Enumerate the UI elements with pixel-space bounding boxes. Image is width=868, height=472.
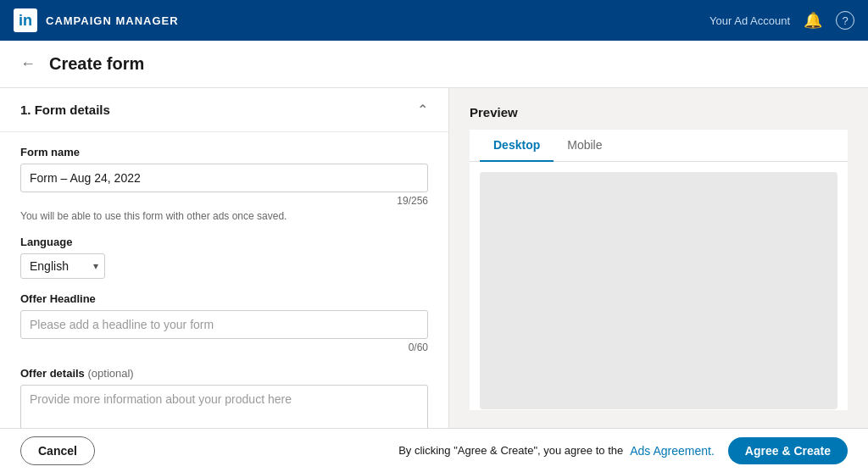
language-select[interactable]: English French German Spanish (20, 253, 105, 279)
language-group: Language English French German Spanish ▾ (20, 236, 428, 279)
logo-letter: in (19, 13, 32, 28)
right-panel: Preview Desktop Mobile (449, 88, 868, 428)
main-layout: 1. Form details ⌃ Form name 19/256 You w… (0, 88, 868, 428)
form-body: Form name 19/256 You will be able to use… (0, 132, 448, 428)
form-name-label: Form name (20, 146, 428, 158)
offer-details-label: Offer details (optional) (20, 367, 428, 380)
language-select-wrap: English French German Spanish ▾ (20, 253, 105, 279)
form-name-input[interactable] (20, 164, 428, 192)
ads-agreement-link[interactable]: Ads Agreement. (630, 444, 715, 458)
language-label: Language (20, 236, 428, 248)
footer-right: By clicking "Agree & Create", you agree … (398, 437, 848, 464)
tab-desktop[interactable]: Desktop (480, 130, 554, 162)
top-nav: in CAMPAIGN MANAGER Your Ad Account 🔔 ? (0, 0, 868, 41)
left-panel: 1. Form details ⌃ Form name 19/256 You w… (0, 88, 449, 428)
footer-agree-text: By clicking "Agree & Create", you agree … (398, 444, 623, 457)
agree-create-button[interactable]: Agree & Create (728, 437, 848, 464)
form-name-char-count: 19/256 (20, 195, 428, 207)
section-header[interactable]: 1. Form details ⌃ (0, 88, 448, 132)
bell-icon[interactable]: 🔔 (804, 11, 822, 30)
nav-title: CAMPAIGN MANAGER (46, 14, 179, 27)
nav-left: in CAMPAIGN MANAGER (14, 8, 179, 32)
offer-headline-group: Offer Headline 0/60 (20, 292, 428, 353)
cancel-button[interactable]: Cancel (20, 436, 95, 465)
help-icon[interactable]: ? (836, 11, 854, 30)
form-name-helper: You will be able to use this form with o… (20, 210, 428, 222)
offer-headline-label: Offer Headline (20, 292, 428, 305)
account-label: Your Ad Account (709, 14, 790, 27)
sub-header: ← Create form (0, 41, 868, 88)
linkedin-logo: in (14, 8, 37, 32)
offer-details-input[interactable] (20, 385, 428, 428)
chevron-up-icon: ⌃ (417, 102, 428, 118)
footer: Cancel By clicking "Agree & Create", you… (0, 428, 868, 472)
preview-container: Desktop Mobile (470, 130, 848, 410)
section-title: 1. Form details (20, 103, 110, 117)
preview-area (480, 172, 837, 409)
back-button[interactable]: ← (20, 55, 36, 73)
offer-details-group: Offer details (optional) 0/160 (20, 367, 428, 428)
preview-title: Preview (470, 105, 848, 119)
optional-label: (optional) (87, 367, 133, 380)
offer-headline-char-count: 0/60 (20, 342, 428, 353)
page-title: Create form (49, 54, 144, 74)
offer-headline-input[interactable] (20, 310, 428, 339)
nav-right: Your Ad Account 🔔 ? (709, 11, 854, 30)
preview-tabs: Desktop Mobile (470, 130, 848, 162)
form-name-group: Form name 19/256 You will be able to use… (20, 146, 428, 222)
tab-mobile[interactable]: Mobile (554, 130, 615, 162)
